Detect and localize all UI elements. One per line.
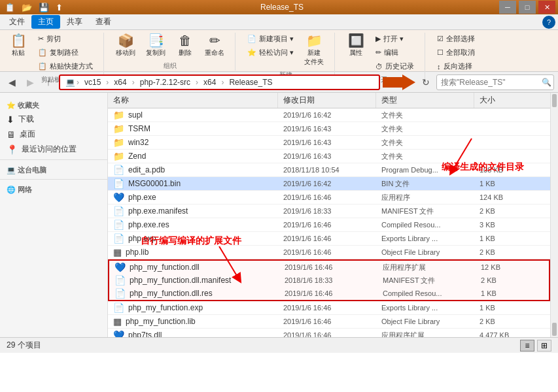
breadcrumb-release-ts[interactable]: Release_TS	[225, 77, 276, 88]
ribbon-open-btn[interactable]: ▶打开 ▾	[372, 33, 418, 45]
menu-view[interactable]: 查看	[89, 15, 118, 29]
table-row[interactable]: 💙 php.exe 2019/1/6 16:46 应用程序 124 KB	[108, 191, 550, 204]
table-row[interactable]: 📁 supl 2019/1/6 16:42 文件夹	[108, 108, 550, 122]
ribbon-paste-btn[interactable]: 📋 粘贴	[5, 33, 31, 59]
ribbon-new-item-btn[interactable]: 📄新建项目 ▾	[243, 33, 298, 45]
file-name: php_my_function.dll.res	[130, 289, 213, 298]
ribbon-select-none-btn[interactable]: ☐全部取消	[433, 46, 479, 59]
file-type: Compiled Resou...	[381, 221, 441, 229]
table-row[interactable]: 📁 win32 2019/1/6 16:43 文件夹	[108, 136, 550, 150]
view-controls: ≡ ⊞	[520, 340, 551, 351]
ribbon-select-all-btn[interactable]: ☑全部选择	[433, 33, 479, 45]
refresh-button[interactable]: ↻	[418, 74, 434, 90]
sidebar-item-desktop[interactable]: 🖥 桌面	[0, 127, 107, 142]
forward-button[interactable]: ▶	[22, 74, 38, 90]
sidebar: ⭐ 收藏夹 ⬇ 下载 🖥 桌面 📍 最近访问的位置 💻 这台电脑 🌐 网络	[0, 93, 108, 337]
file-name-col: ▦ php.lib	[108, 246, 278, 259]
menu-share[interactable]: 共享	[60, 15, 89, 29]
file-date: 2019/1/6 16:42	[283, 180, 331, 188]
table-row[interactable]: 📄 php_my_function.dll.manifest 2018/1/6 …	[108, 274, 550, 287]
col-type[interactable]: 类型	[376, 93, 474, 108]
qa-copy-btn[interactable]: 📋	[3, 2, 17, 13]
file-rows-container: 📁 supl 2019/1/6 16:42 文件夹 📁 TSRM 2019/1/…	[108, 108, 550, 337]
ribbon-copypath-btn[interactable]: 📋复制路径	[34, 46, 97, 59]
file-size-col: 1 KB	[474, 232, 527, 245]
search-box[interactable]: 🔍	[436, 74, 554, 90]
ribbon-rename-btn[interactable]: ✏重命名	[201, 33, 228, 59]
table-row[interactable]: 📁 TSRM 2019/1/6 16:43 文件夹	[108, 122, 550, 136]
file-size: 1 KB	[481, 289, 497, 297]
ribbon-group-new: 📄新建项目 ▾ ⭐轻松访问 ▾ 📁新建文件夹 新建	[243, 33, 335, 80]
recent-icon: 📍	[7, 144, 18, 155]
address-input[interactable]: 💻 › vc15 › x64 › php-7.2.12-src › x64 › …	[59, 74, 380, 90]
table-row[interactable]: 📄 php.exp 2019/1/6 16:46 Exports Library…	[108, 232, 550, 246]
address-arrow-indicator	[383, 74, 415, 90]
ribbon-move-btn[interactable]: 📦移动到	[112, 33, 139, 59]
file-size: 124 KB	[480, 193, 503, 201]
back-button[interactable]: ◀	[4, 74, 20, 90]
scrollbar[interactable]	[550, 93, 558, 337]
menu-home[interactable]: 主页	[31, 15, 60, 29]
table-row[interactable]: ▦ php.lib 2019/1/6 16:46 Object File Lib…	[108, 246, 550, 259]
maximize-button[interactable]: □	[519, 1, 536, 14]
view-list-btn[interactable]: ≡	[520, 340, 534, 351]
file-date: 2019/1/6 16:43	[283, 125, 331, 133]
file-type-icon: 📄	[113, 233, 124, 244]
file-type: MANIFEST 文件	[381, 206, 434, 216]
sidebar-item-recent[interactable]: 📍 最近访问的位置	[0, 142, 107, 157]
ribbon-copy-btn[interactable]: 📑复制到	[142, 33, 169, 59]
qa-folder-btn[interactable]: 📂	[20, 2, 34, 13]
ribbon-paste-shortcut-btn[interactable]: 📋粘贴快捷方式	[34, 60, 97, 73]
svg-marker-0	[383, 74, 415, 90]
file-date-col: 2018/11/18 10:54	[278, 163, 376, 176]
file-type-icon: 📄	[113, 220, 124, 230]
file-size: 2 KB	[480, 248, 495, 256]
table-row[interactable]: 📄 php_my_function.dll.res 2019/1/6 16:46…	[108, 287, 550, 301]
ribbon-cut-btn[interactable]: ✂剪切	[34, 33, 97, 45]
file-type-icon: 📄	[114, 275, 126, 286]
breadcrumb-php[interactable]: php-7.2.12-src	[136, 77, 194, 88]
up-button[interactable]: ↑	[41, 74, 56, 90]
breadcrumb-x64-2[interactable]: x64	[200, 77, 220, 88]
ribbon-invert-select-btn[interactable]: ↕反向选择	[433, 60, 479, 73]
file-type-col: MANIFEST 文件	[376, 204, 474, 218]
menu-bar: 文件 主页 共享 查看 ?	[0, 14, 558, 30]
search-input[interactable]	[441, 78, 539, 87]
qa-save-btn[interactable]: 💾	[37, 2, 51, 13]
view-grid-btn[interactable]: ⊞	[537, 340, 551, 351]
ribbon-history-btn[interactable]: ⏱历史记录	[372, 60, 418, 73]
col-name[interactable]: 名称	[108, 93, 278, 108]
file-type: 应用程序	[381, 193, 410, 203]
file-name-col: 📄 edit_a.pdb	[108, 163, 278, 176]
file-name-col: 📄 MSG00001.bin	[108, 177, 278, 190]
table-row[interactable]: 📄 php.exe.res 2019/1/6 16:46 Compiled Re…	[108, 218, 550, 232]
file-date-col: 2019/1/6 16:42	[278, 108, 376, 122]
ribbon-edit-btn[interactable]: ✏编辑	[372, 46, 418, 59]
close-button[interactable]: ✕	[538, 1, 555, 14]
table-row[interactable]: 💙 php7ts.dll 2019/1/6 16:46 应用程序扩展 4,477…	[108, 329, 550, 337]
ribbon-new-folder-btn[interactable]: 📁新建文件夹	[300, 33, 328, 68]
breadcrumb-x64-1[interactable]: x64	[110, 77, 130, 88]
table-row[interactable]: ▦ php_my_function.lib 2019/1/6 16:46 Obj…	[108, 315, 550, 329]
table-row[interactable]: 📄 MSG00001.bin 2019/1/6 16:42 BIN 文件 1 K…	[108, 177, 550, 191]
table-row[interactable]: 📁 Zend 2019/1/6 16:43 文件夹	[108, 150, 550, 163]
sidebar-item-downloads[interactable]: ⬇ 下载	[0, 112, 107, 127]
minimize-button[interactable]: ─	[499, 1, 516, 14]
col-size[interactable]: 大小	[474, 93, 527, 108]
ribbon-properties-btn[interactable]: 🔲属性	[343, 33, 369, 59]
table-row[interactable]: 📄 php.exe.manifest 2019/1/6 18:33 MANIFE…	[108, 204, 550, 218]
file-size-col: 2 KB	[474, 246, 527, 259]
file-list: 名称 修改日期 类型 大小 📁 supl 2019/1/6 16:42 文件夹 …	[108, 93, 550, 337]
table-row[interactable]: 📄 php_my_function.exp 2019/1/6 16:46 Exp…	[108, 301, 550, 315]
file-size-col: 2 KB	[476, 274, 528, 287]
table-row[interactable]: 📄 edit_a.pdb 2018/11/18 10:54 Program De…	[108, 163, 550, 177]
ribbon-easy-access-btn[interactable]: ⭐轻松访问 ▾	[243, 46, 298, 59]
help-button[interactable]: ?	[542, 16, 555, 29]
table-row[interactable]: 💙 php_my_function.dll 2019/1/6 16:46 应用程…	[108, 259, 550, 274]
file-date-col: 2019/1/6 16:46	[279, 287, 377, 300]
qa-up-btn[interactable]: ⬆	[54, 2, 65, 13]
col-date[interactable]: 修改日期	[278, 93, 376, 108]
menu-file[interactable]: 文件	[3, 15, 31, 29]
ribbon-delete-btn[interactable]: 🗑删除	[172, 33, 198, 59]
breadcrumb-vc15[interactable]: vc15	[80, 77, 105, 88]
